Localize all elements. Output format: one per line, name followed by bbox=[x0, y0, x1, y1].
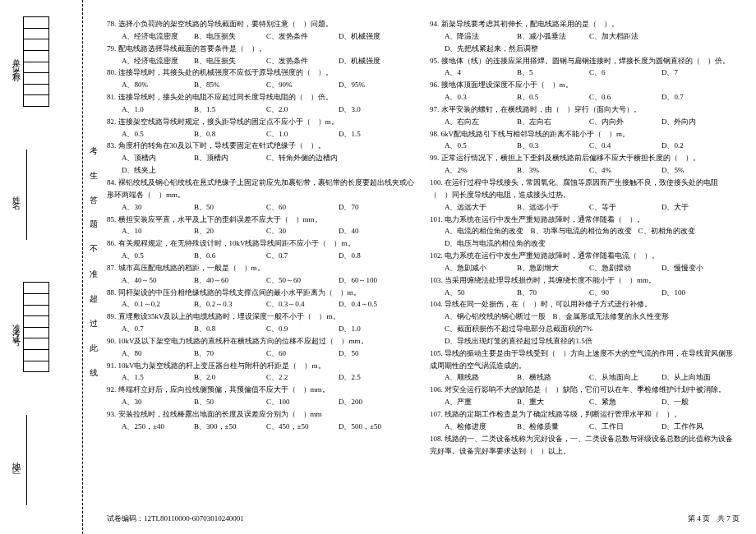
question-78: 78. 选择小负荷跨的架空线路的导线截面时，要特别注意（ ）问题。A、经济电流密… bbox=[107, 18, 415, 43]
option: B、电压损失 bbox=[194, 30, 260, 43]
question-101: 101. 电力系统在运行中发生严重短路故障时，通常伴随着（ ）。A、电流的相位角… bbox=[430, 214, 738, 251]
question-stem: 90. 10kV及以下架空电力线路的直线杆在横线路方向的位移不应超过（ ）mm。 bbox=[107, 335, 415, 348]
option: C、90% bbox=[266, 79, 332, 91]
option: C、转角外侧的边槽内 bbox=[266, 152, 338, 164]
name-label: 姓名 bbox=[8, 150, 23, 240]
option: B、0.8 bbox=[194, 128, 260, 140]
exam-content: 78. 选择小负荷跨的架空线路的导线截面时，要特别注意（ ）问题。A、经济电流密… bbox=[107, 18, 740, 457]
question-options: A、顶槽内B、顶槽内C、转角外侧的边槽内D、线夹上 bbox=[107, 152, 415, 177]
option: D、40 bbox=[339, 225, 404, 237]
option: A、经济电流密度 bbox=[122, 55, 187, 67]
question-options: A、0.5B、0.8C、1.0D、1.5 bbox=[107, 128, 415, 140]
option: A、1.0 bbox=[122, 104, 187, 116]
option: B、0.2～0.3 bbox=[194, 298, 260, 311]
question-options: A、钢心铝绞线的钢心断过一股B、金属形成无法修复的永久性变形C、截面积损伤不超过… bbox=[430, 311, 738, 348]
option: B、功率与电流的相位角的改变 bbox=[531, 225, 632, 237]
question-stem: 85. 横担安装应平直，水平及上下的歪斜误差不应大于（ ）mm。 bbox=[107, 214, 415, 226]
option: B、0.5 bbox=[517, 91, 583, 104]
option: B、0.3 bbox=[517, 140, 583, 152]
question-91: 91. 10kV电力架空线路的杆上变压器台柱与附杆的杆距是（ ）m。A、1.5B… bbox=[107, 360, 415, 384]
question-options: A、10B、20C、30D、40 bbox=[107, 225, 415, 237]
option: D、慢慢变小 bbox=[662, 262, 727, 274]
warning-line-text: 考生答题不准超过此线 bbox=[87, 8, 99, 518]
question-options: A、0.5B、0.6C、0.7D、0.8 bbox=[107, 250, 415, 262]
option: A、0.5 bbox=[122, 250, 187, 262]
exam-code: 试卷编码：12TL80110000-60703010240001 bbox=[107, 513, 244, 524]
question-options: A、4B、5C、6D、7 bbox=[430, 67, 738, 79]
question-stem: 81. 连接导线时，接头处的电阻不应超过同长度导线电阻的（ ）倍。 bbox=[107, 91, 415, 104]
question-stem: 96. 接地体顶面埋设深度不应小于（ ）m。 bbox=[430, 79, 738, 91]
option: B、1.5 bbox=[194, 104, 260, 116]
question-stem: 78. 选择小负荷跨的架空线路的导线截面时，要特别注意（ ）问题。 bbox=[107, 18, 415, 30]
option: A、右向左 bbox=[445, 116, 510, 128]
question-options: A、0.1～0.2B、0.2～0.3C、0.3～0.4D、0.4～0.5 bbox=[107, 298, 415, 311]
option: B、70 bbox=[194, 348, 260, 360]
option: D、工作作风 bbox=[662, 421, 727, 433]
question-stem: 83. 角度杆的转角在30及以下时，导线要固定在针式绝缘子（ ）。 bbox=[107, 140, 415, 152]
question-options: A、30B、50C、60D、70 bbox=[107, 201, 415, 214]
option: A、0.7 bbox=[122, 323, 187, 335]
question-97: 97. 水平安装的螺钉，在横线路时，由（ ）穿行（面向大号）。A、右向左B、左向… bbox=[430, 104, 738, 128]
question-stem: 99. 正常运行情况下，横担上下歪斜及横线路前后偏移不应大于横担长度的（ ）。 bbox=[430, 152, 738, 164]
page-footer: 试卷编码：12TL80110000-60703010240001 第 4 页 共… bbox=[107, 513, 740, 524]
option: A、10 bbox=[122, 225, 187, 237]
question-options: A、严重B、重大C、紧急D、一般 bbox=[430, 396, 738, 408]
option: A、经济电流密度 bbox=[122, 30, 187, 43]
question-stem: 108. 线路的一、二类设备线称为完好设备，一、二类设备总数与评级设备总数的比值… bbox=[430, 433, 738, 458]
option: A、50 bbox=[445, 287, 510, 299]
option: A、30 bbox=[122, 201, 187, 214]
option: D、0.2 bbox=[662, 140, 727, 152]
option: C、工作日 bbox=[589, 421, 655, 433]
option: A、降温法 bbox=[445, 30, 510, 43]
question-options: A、1.5B、2.0C、2.2D、2.5 bbox=[107, 371, 415, 384]
question-84: 84. 裸铝绞线及钢心铝绞线在悬式绝缘子上固定前应先加裹铝带，裹铝带的长度要超出… bbox=[107, 177, 415, 214]
option: A、远远大于 bbox=[445, 201, 510, 214]
option: A、顺线路 bbox=[445, 371, 510, 384]
option: C、0.7 bbox=[266, 250, 332, 262]
option: B、左向右 bbox=[517, 116, 583, 128]
question-90: 90. 10kV及以下架空电力线路的直线杆在横线路方向的位移不应超过（ ）mm。… bbox=[107, 335, 415, 360]
question-stem: 103. 当采用缠绕法处理导线损伤时，其缠绕长度不能小于（ ）mm。 bbox=[430, 274, 738, 287]
side-ticket: 准考证号 bbox=[8, 282, 74, 372]
option: D、0.4～0.5 bbox=[339, 298, 404, 311]
option: B、减小弧垂法 bbox=[517, 30, 583, 43]
option: A、40～50 bbox=[122, 274, 187, 287]
question-104: 104. 导线在同一处损伤，在（ ）时，可以用补修子方式进行补修。A、钢心铝绞线… bbox=[430, 298, 738, 347]
option: A、4 bbox=[445, 67, 510, 79]
question-79: 79. 配电线路选择导线截面的首要条件是（ ）。A、经济电流密度B、电压损失C、… bbox=[107, 43, 415, 67]
option: D、500，±50 bbox=[339, 421, 404, 433]
option: B、300，±50 bbox=[194, 421, 260, 433]
question-stem: 82. 连接架空线路导线时规定，接头距导线的固定点不应小于（ ）m。 bbox=[107, 116, 415, 128]
ticket-grid bbox=[23, 282, 49, 372]
question-stem: 107. 线路的定期工作检查是为了确定线路等级，判断运行管理水平和（ ）。 bbox=[430, 408, 738, 421]
option: A、80 bbox=[122, 348, 187, 360]
question-92: 92. 终端杆立好后，应向拉线侧预偏，其预偏值不应大于（ ）mm。A、30B、5… bbox=[107, 384, 415, 408]
option: D、外向内 bbox=[662, 116, 727, 128]
question-options: A、80B、70C、60D、50 bbox=[107, 348, 415, 360]
option: C、内向外 bbox=[589, 116, 655, 128]
question-stem: 91. 10kV电力架空线路的杆上变压器台柱与附杆的杆距是（ ）m。 bbox=[107, 360, 415, 372]
question-options: A、80%B、85%C、90%D、95% bbox=[107, 79, 415, 91]
option: C、0.4 bbox=[589, 140, 655, 152]
option: C、50～60 bbox=[266, 274, 332, 287]
option: D、电压与电流的相位角的改变 bbox=[445, 237, 546, 250]
question-options: A、经济电流密度B、电压损失C、发热条件D、机械强度 bbox=[107, 55, 415, 67]
option: B、70 bbox=[517, 287, 583, 299]
option: C、6 bbox=[589, 67, 655, 79]
question-options: A、降温法B、减小弧垂法C、加大档距法D、先把线紧起来，然后调整 bbox=[430, 30, 738, 55]
option: A、30 bbox=[122, 396, 187, 408]
unit-grid bbox=[23, 16, 49, 107]
question-94: 94. 新架导线要考虑其初伸长，配电线路采用的是（ ）。A、降温法B、减小弧垂法… bbox=[430, 18, 738, 55]
option: D、机械强度 bbox=[339, 30, 404, 43]
option: A、0.5 bbox=[122, 128, 187, 140]
question-stem: 101. 电力系统在运行中发生严重短路故障时，通常伴随着（ ）。 bbox=[430, 214, 738, 226]
question-stem: 84. 裸铝绞线及钢心铝绞线在悬式绝缘子上固定前应先加裹铝带，裹铝带的长度要超出… bbox=[107, 177, 415, 201]
question-86: 86. 有关规程规定，在无特殊设计时，10kV线路导线间距不应小于（ ）m。A、… bbox=[107, 237, 415, 262]
option: C、450，±50 bbox=[266, 421, 332, 433]
option: D、先把线紧起来，然后调整 bbox=[445, 43, 539, 55]
question-options: A、1.0B、1.5C、2.0D、3.0 bbox=[107, 104, 415, 116]
question-stem: 102. 电力系统在运行中发生严重短路故障时，通常伴随着电流（ ）。 bbox=[430, 250, 738, 262]
question-options: A、检修进度B、检修质量C、工作日D、工作作风 bbox=[430, 421, 738, 433]
option: B、金属形成无法修复的永久性变形 bbox=[553, 311, 669, 323]
question-options: A、急剧减小B、急剧增大C、急剧摆动D、慢慢变小 bbox=[430, 262, 738, 274]
